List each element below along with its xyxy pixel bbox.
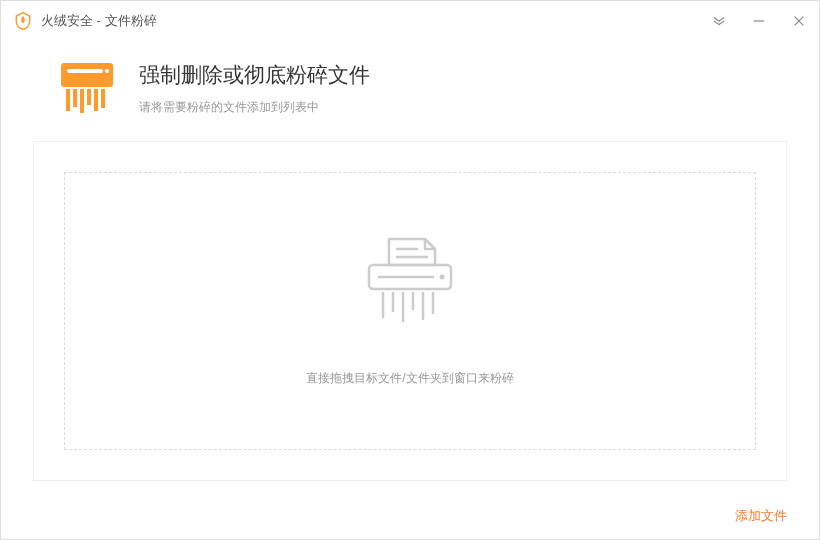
svg-rect-11 [101, 89, 105, 108]
footer: 添加文件 [735, 506, 787, 525]
svg-rect-10 [94, 89, 98, 111]
svg-rect-9 [87, 89, 91, 105]
svg-rect-8 [80, 89, 84, 113]
add-file-button[interactable]: 添加文件 [735, 507, 787, 525]
minimize-button[interactable] [749, 11, 769, 31]
page-title: 强制删除或彻底粉碎文件 [139, 61, 370, 89]
svg-rect-3 [61, 63, 113, 87]
svg-rect-7 [73, 89, 77, 107]
close-button[interactable] [789, 11, 809, 31]
drop-zone[interactable]: 直接拖拽目标文件/文件夹到窗口来粉碎 [64, 172, 756, 450]
menu-icon[interactable] [709, 11, 729, 31]
drop-container: 直接拖拽目标文件/文件夹到窗口来粉碎 [33, 141, 787, 481]
titlebar-left: 火绒安全 - 文件粉碎 [13, 11, 157, 31]
window-controls [709, 1, 809, 41]
svg-rect-6 [66, 89, 70, 111]
titlebar: 火绒安全 - 文件粉碎 [1, 1, 819, 41]
svg-rect-4 [67, 69, 103, 73]
header-section: 强制删除或彻底粉碎文件 请将需要粉碎的文件添加到列表中 [1, 41, 819, 141]
svg-point-16 [440, 275, 445, 280]
app-logo-icon [13, 11, 33, 31]
shredder-icon [57, 57, 117, 117]
page-subtitle: 请将需要粉碎的文件添加到列表中 [139, 99, 370, 116]
svg-rect-5 [105, 69, 109, 73]
header-text: 强制删除或彻底粉碎文件 请将需要粉碎的文件添加到列表中 [139, 57, 370, 116]
app-title: 火绒安全 - 文件粉碎 [41, 12, 157, 30]
drop-hint: 直接拖拽目标文件/文件夹到窗口来粉碎 [306, 370, 513, 387]
empty-shredder-icon [355, 235, 465, 330]
